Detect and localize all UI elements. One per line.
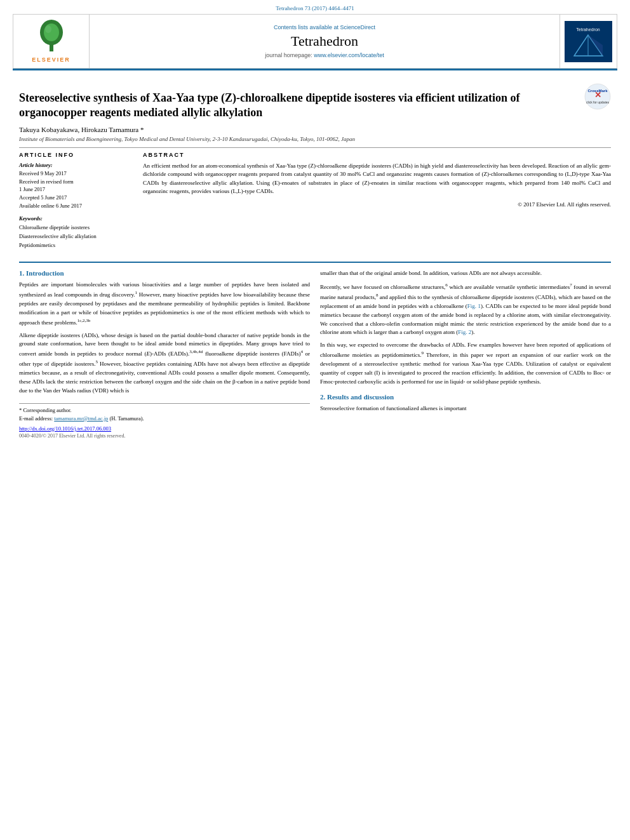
- results-intro: Stereoselective formation of functionali…: [320, 404, 611, 413]
- divider-1: [19, 147, 611, 148]
- keyword-2: Diastereoselective allylic alkylation: [19, 232, 130, 241]
- revised-date: 1 June 2017: [19, 185, 130, 194]
- right-para-2: Recently, we have focused on chloroalken…: [320, 282, 611, 338]
- elsevier-logo: ELSEVIER: [13, 15, 90, 68]
- sciencedirect-line: Contents lists available at ScienceDirec…: [274, 24, 375, 30]
- footnote-email: E-mail address: tamamura.mr@tmd.ac.jp (H…: [19, 415, 310, 423]
- abstract-text: An efficient method for an atom-economic…: [143, 162, 611, 196]
- article-info-column: ARTICLE INFO Article history: Received 9…: [19, 152, 130, 255]
- keyword-3: Peptidomimetics: [19, 241, 130, 250]
- tetrahedron-logo: Tetrahedron: [560, 15, 617, 68]
- right-column: smaller than that of the original amide …: [320, 269, 611, 439]
- doi-line: http://dx.doi.org/10.1016/j.tet.2017.06.…: [19, 425, 310, 432]
- svg-text:click for updates: click for updates: [586, 100, 610, 104]
- svg-text:Tetrahedron: Tetrahedron: [576, 27, 600, 32]
- homepage-url[interactable]: www.elsevier.com/locate/tet: [314, 52, 384, 58]
- right-para-1: smaller than that of the original amide …: [320, 269, 611, 278]
- email-link[interactable]: tamamura.mr@tmd.ac.jp: [54, 415, 108, 422]
- keywords-label: Keywords:: [19, 215, 130, 222]
- available-date: Available online 6 June 2017: [19, 202, 130, 210]
- abstract-column: ABSTRACT An efficient method for an atom…: [143, 152, 611, 255]
- affiliation: Institute of Biomaterials and Bioenginee…: [19, 136, 611, 142]
- journal-banner: ELSEVIER Contents lists available at Sci…: [13, 14, 617, 69]
- keywords-list: Chloroalkene dipeptide isosteres Diaster…: [19, 223, 130, 250]
- footnote-area: * Corresponding author. E-mail address: …: [19, 403, 310, 439]
- keyword-1: Chloroalkene dipeptide isosteres: [19, 223, 130, 232]
- revised-label: Received in revised form: [19, 178, 130, 186]
- article-history: Article history: Received 9 May 2017 Rec…: [19, 162, 130, 210]
- svg-text:✕: ✕: [594, 90, 601, 100]
- copyright: © 2017 Elsevier Ltd. All rights reserved…: [143, 201, 611, 208]
- journal-title: Tetrahedron: [291, 33, 358, 50]
- article-title: Stereoselective synthesis of Xaa-Yaa typ…: [19, 91, 540, 121]
- crossmark-badge: CrossMark ✕ click for updates: [584, 83, 611, 111]
- divider-blue: [19, 262, 611, 263]
- intro-para-2: Alkene dipeptide isosteres (ADIs), whose…: [19, 331, 310, 396]
- intro-para-1: Peptides are important biomolecules with…: [19, 281, 310, 328]
- journal-homepage: journal homepage: www.elsevier.com/locat…: [265, 52, 384, 58]
- svg-point-2: [44, 23, 59, 41]
- keywords-block: Keywords: Chloroalkene dipeptide isoster…: [19, 215, 130, 250]
- authors: Takuya Kobayakawa, Hirokazu Tamamura *: [19, 126, 611, 133]
- sciencedirect-link[interactable]: ScienceDirect: [340, 24, 376, 30]
- article-body: Stereoselective synthesis of Xaa-Yaa typ…: [0, 70, 630, 445]
- main-content: 1. Introduction Peptides are important b…: [19, 269, 611, 439]
- doi-link[interactable]: http://dx.doi.org/10.1016/j.tet.2017.06.…: [19, 425, 111, 432]
- article-info-label: ARTICLE INFO: [19, 152, 130, 158]
- intro-heading: 1. Introduction: [19, 269, 310, 277]
- issn-line: 0040-4020/© 2017 Elsevier Ltd. All right…: [19, 433, 310, 439]
- journal-center: Contents lists available at ScienceDirec…: [90, 15, 560, 68]
- results-heading: 2. Results and discussion: [320, 393, 611, 401]
- footnote-corresponding: * Corresponding author.: [19, 406, 310, 415]
- accepted-date: Accepted 5 June 2017: [19, 194, 130, 202]
- svg-point-3: [45, 25, 51, 33]
- right-para-3: In this way, we expected to overcome the…: [320, 341, 611, 387]
- received-date: Received 9 May 2017: [19, 170, 130, 178]
- abstract-label: ABSTRACT: [143, 152, 611, 158]
- article-info-abstract-section: ARTICLE INFO Article history: Received 9…: [19, 152, 611, 255]
- left-column: 1. Introduction Peptides are important b…: [19, 269, 310, 439]
- journal-citation: Tetrahedron 73 (2017) 4464–4471: [0, 0, 630, 14]
